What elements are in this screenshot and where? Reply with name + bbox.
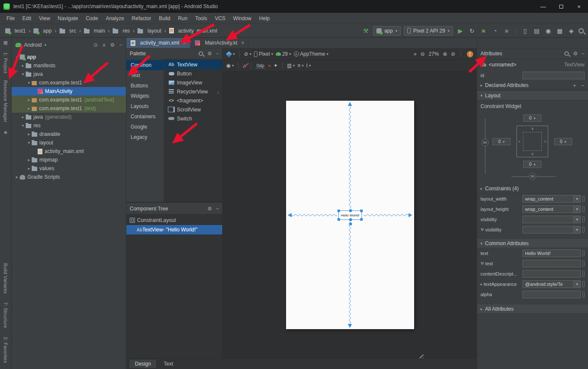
constraint-anchor-bottom[interactable] <box>349 218 352 221</box>
theme-selector[interactable]: A AppTheme ▾ <box>294 51 328 57</box>
tree-item-java-generated[interactable]: ▸java (generated) <box>12 113 126 121</box>
attr-field-layout-width[interactable]: wrap_content▾ <box>522 195 581 203</box>
add-attribute-button[interactable]: + <box>573 82 576 89</box>
stop-button[interactable]: ■ <box>502 26 511 36</box>
palette-category-buttons[interactable]: Buttons <box>126 81 164 91</box>
palette-category-legacy[interactable]: Legacy <box>126 132 164 142</box>
bookmark-icon[interactable]: ◈ <box>4 129 7 135</box>
layout-section[interactable]: ▾ Layout <box>477 90 588 100</box>
minimize-button[interactable]: — <box>534 0 552 13</box>
sdk-manager-button[interactable]: ▦ <box>555 26 564 36</box>
tree-toggle-icon[interactable]: ▸ <box>26 166 32 171</box>
attr-field-layout-height[interactable]: wrap_content▾ <box>522 205 581 213</box>
breadcrumb-item-main[interactable]: main <box>83 27 106 35</box>
tree-item-gradle-scripts[interactable]: ▸Gradle Scripts <box>12 173 126 181</box>
tree-item-layout[interactable]: ▾layout <box>12 138 126 147</box>
settings-icon[interactable]: ⚙ <box>110 42 115 48</box>
pack-selector[interactable]: ▥ ▾ <box>287 63 295 69</box>
hide-panel-icon[interactable]: − <box>216 206 219 212</box>
expand-arrow-icon[interactable]: ▸ <box>481 186 483 191</box>
tree-toggle-icon[interactable]: ▸ <box>20 63 26 68</box>
debug-button[interactable]: ж <box>479 26 488 36</box>
download-icon[interactable]: ↓ <box>217 89 220 94</box>
palette-item-scrollview[interactable]: ScrollView <box>164 105 222 114</box>
clear-constraints-button[interactable]: × <box>268 63 271 69</box>
gear-icon[interactable]: ⚙ <box>207 206 212 212</box>
profile-button[interactable]: ◔ <box>491 26 499 36</box>
breadcrumb-item-res[interactable]: res <box>112 27 131 35</box>
vertical-bias-slider[interactable] <box>485 119 486 174</box>
mode-tab-design[interactable]: Design <box>129 359 157 369</box>
tree-item-app[interactable]: ▾app <box>12 53 126 61</box>
tree-toggle-icon[interactable]: ▸ <box>26 106 32 111</box>
resize-handle[interactable] <box>360 218 363 221</box>
hide-panel-icon[interactable]: − <box>119 42 122 48</box>
tree-item-manifests[interactable]: ▸manifests <box>12 61 126 70</box>
tree-toggle-icon[interactable]: ▸ <box>26 158 32 162</box>
resource-picker-button[interactable] <box>582 271 585 277</box>
tool-button-1-project[interactable]: 1: Project <box>3 52 8 73</box>
device-canvas[interactable]: Hello World! <box>286 101 414 329</box>
collapse-arrow-icon[interactable]: ▾ <box>481 241 483 246</box>
resource-picker-button[interactable] <box>582 261 585 267</box>
gear-icon[interactable]: ⚙ <box>573 51 578 57</box>
palette-item-fragment[interactable]: <><fragment> <box>164 96 222 105</box>
breadcrumb-item-src[interactable]: src <box>59 27 77 35</box>
warnings-errors-badge[interactable]: ! <box>467 51 473 57</box>
resource-picker-button[interactable] <box>582 206 585 212</box>
run-config-select[interactable]: app ▾ <box>373 26 401 36</box>
close-icon[interactable]: × <box>183 40 186 46</box>
toolbar-overflow-icon[interactable]: » <box>414 51 417 57</box>
expand-arrow-icon[interactable]: ▸ <box>481 282 483 286</box>
component-textview-hello-world[interactable]: Ab TextView- "Hello World!" <box>126 225 222 234</box>
tool-button-build-variants[interactable]: Build Variants <box>3 263 8 294</box>
palette-category-text[interactable]: Text <box>126 70 164 81</box>
tree-item-activity-main-xml[interactable]: activity_main.xml <box>12 147 126 156</box>
search-icon[interactable] <box>199 51 203 56</box>
default-margin-selector[interactable]: 0dp <box>256 63 265 69</box>
attr-field-visibility[interactable]: ▾ <box>522 216 581 223</box>
build-button[interactable]: ⚒ <box>361 26 370 36</box>
notifications-button[interactable]: ◈ <box>567 26 576 36</box>
resize-handle[interactable] <box>360 210 363 212</box>
menu-vcs[interactable]: VCS <box>211 15 230 22</box>
expand-arrow-icon[interactable]: ▸ <box>481 83 483 87</box>
tool-button-resource-manager[interactable]: Resource Manager <box>3 80 8 122</box>
margin-left-select[interactable]: 0 ▾ <box>492 138 510 145</box>
tab-mainactivity-kt[interactable]: MainActivity.kt× <box>191 38 249 48</box>
tree-toggle-icon[interactable]: ▾ <box>26 81 32 85</box>
chevron-down-icon[interactable]: ▾ <box>573 206 580 213</box>
layout-inspector-button[interactable]: ▤ <box>532 26 541 36</box>
constraint-right-icon[interactable]: « <box>544 140 546 144</box>
tree-item-res[interactable]: ▾res <box>12 121 126 130</box>
tree-toggle-icon[interactable]: ▸ <box>26 132 32 136</box>
tree-item-com-example-test1-test[interactable]: ▸com.example.test1 (test) <box>12 104 126 113</box>
tree-item-com-example-test1-androidtest[interactable]: ▸com.example.test1 (androidTest) <box>12 96 126 104</box>
tree-toggle-icon[interactable]: ▸ <box>20 115 26 119</box>
menu-code[interactable]: Code <box>82 15 102 22</box>
id-field[interactable] <box>522 72 585 79</box>
device-selector[interactable]: Pixel ▾ <box>254 51 273 57</box>
tool-button-2-favorites[interactable]: 2: Favorites <box>3 337 8 363</box>
all-attributes-section[interactable]: ▸ All Attributes <box>477 304 588 314</box>
hide-panel-icon[interactable]: − <box>216 51 219 57</box>
chevron-down-icon[interactable]: ▾ <box>573 195 580 202</box>
gear-icon[interactable]: ⚙ <box>207 51 212 57</box>
device-manager-button[interactable]: ▯ <box>521 26 529 36</box>
menu-run[interactable]: Run <box>174 15 191 22</box>
breadcrumb-item-test1[interactable]: test1 <box>4 27 27 35</box>
zoom-out-button[interactable]: ⊖ <box>421 51 425 57</box>
tree-item-values[interactable]: ▸values <box>12 164 126 173</box>
resource-picker-button[interactable] <box>582 216 585 222</box>
menu-build[interactable]: Build <box>155 15 174 22</box>
tree-toggle-icon[interactable]: ▸ <box>26 98 32 102</box>
view-options-selector[interactable]: ◉ ▾ <box>226 63 234 69</box>
resource-picker-button[interactable] <box>582 281 585 287</box>
menu-edit[interactable]: Edit <box>18 15 35 22</box>
close-button[interactable]: × <box>570 0 588 13</box>
guideline-selector[interactable]: I ▾ <box>306 63 311 69</box>
device-select[interactable]: Pixel 2 API 29 ▾ <box>404 26 453 36</box>
baseline-anchor[interactable] <box>349 222 352 225</box>
palette-category-common[interactable]: Common <box>126 60 164 70</box>
tree-item-mainactivity[interactable]: MainActivity <box>12 87 126 96</box>
